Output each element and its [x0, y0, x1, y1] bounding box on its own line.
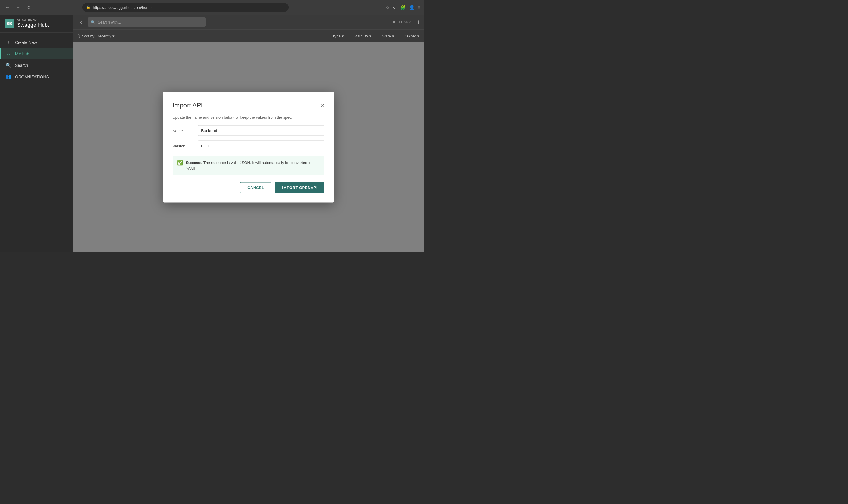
- search-box[interactable]: 🔍 Search with...: [88, 17, 205, 27]
- name-label: Name: [173, 128, 193, 133]
- visibility-filter-label: Visibility: [355, 34, 368, 38]
- chevron-down-icon: ▾: [369, 34, 371, 38]
- home-icon: ⌂: [5, 51, 12, 56]
- logo-swaggerhub: SwaggerHub.: [17, 22, 49, 28]
- sidebar-item-label: Search: [15, 63, 28, 68]
- type-filter[interactable]: Type ▾: [332, 34, 344, 38]
- app-container: SB SMARTBEAR SwaggerHub. ＋ Create New ⌂ …: [0, 15, 424, 252]
- menu-icon[interactable]: ≡: [418, 5, 420, 10]
- sidebar-logo: SB SMARTBEAR SwaggerHub.: [0, 15, 73, 33]
- search-icon: 🔍: [5, 62, 12, 68]
- version-field-row: Version: [173, 141, 324, 151]
- success-bold: Success.: [186, 160, 202, 165]
- sidebar-item-my-hub[interactable]: ⌂ MY hub: [0, 48, 73, 59]
- sidebar-item-create-new[interactable]: ＋ Create New: [0, 36, 73, 48]
- sidebar-item-label: ORGANIZATIONS: [15, 74, 49, 79]
- forward-button[interactable]: →: [14, 3, 22, 12]
- address-bar[interactable]: 🔒 https://app.swaggerhub.com/home: [83, 3, 289, 12]
- success-check-icon: ✅: [177, 160, 183, 166]
- sidebar-nav: ＋ Create New ⌂ MY hub 🔍 Search 👥 ORGANIZ…: [0, 33, 73, 252]
- chevron-down-icon: ▾: [112, 34, 114, 38]
- version-input[interactable]: [198, 141, 324, 151]
- modal-close-button[interactable]: ×: [321, 102, 324, 109]
- main-content: ‹ 🔍 Search with... ✕ CLEAR ALL ℹ ⇅ Sort …: [73, 15, 424, 252]
- sort-button[interactable]: ⇅ Sort by: Recently ▾: [78, 34, 114, 38]
- top-bar: ‹ 🔍 Search with... ✕ CLEAR ALL ℹ: [73, 15, 424, 30]
- state-filter-label: State: [382, 34, 391, 38]
- filter-dropdowns: Type ▾ Visibility ▾ State ▾ Owner ▾: [332, 34, 419, 38]
- name-field-row: Name: [173, 125, 324, 136]
- chevron-down-icon: ▾: [342, 34, 344, 38]
- modal-actions: CANCEL IMPORT OPENAPI: [173, 182, 324, 193]
- visibility-filter[interactable]: Visibility ▾: [355, 34, 372, 38]
- profile-icon[interactable]: 👤: [409, 5, 415, 10]
- filter-bar: ⇅ Sort by: Recently ▾ Type ▾ Visibility …: [73, 30, 424, 42]
- back-button[interactable]: ←: [3, 3, 12, 12]
- sort-label: Sort by: Recently: [82, 34, 111, 38]
- modal-header: Import API ×: [173, 102, 324, 109]
- bookmark-icon[interactable]: ☆: [385, 5, 390, 10]
- sidebar-item-organizations[interactable]: 👥 ORGANIZATIONS: [0, 71, 73, 83]
- modal-title: Import API: [173, 102, 203, 109]
- clear-icon: ✕: [393, 20, 395, 24]
- version-label: Version: [173, 144, 193, 148]
- success-body: The resource is valid JSON. It will auto…: [186, 160, 311, 171]
- clear-all-label: CLEAR ALL: [397, 20, 415, 24]
- content-area: No results match your filters. CREATE AP…: [73, 42, 424, 252]
- top-bar-actions: ✕ CLEAR ALL ℹ: [393, 20, 419, 24]
- search-box-icon: 🔍: [91, 20, 95, 24]
- refresh-button[interactable]: ↻: [25, 3, 33, 12]
- import-api-modal: Import API × Update the name and version…: [163, 92, 334, 202]
- sidebar-item-search[interactable]: 🔍 Search: [0, 59, 73, 71]
- logo-smartbear: SMARTBEAR: [17, 19, 49, 22]
- chevron-down-icon: ▾: [392, 34, 394, 38]
- extensions-icon[interactable]: 🧩: [400, 5, 406, 10]
- sort-icon: ⇅: [78, 34, 81, 38]
- plus-icon: ＋: [5, 39, 12, 45]
- import-openapi-button[interactable]: IMPORT OPENAPI: [275, 182, 324, 193]
- name-input[interactable]: [198, 125, 324, 136]
- org-icon: 👥: [5, 74, 12, 79]
- type-filter-label: Type: [332, 34, 340, 38]
- success-text: Success. The resource is valid JSON. It …: [186, 160, 320, 171]
- collapse-sidebar-button[interactable]: ‹: [78, 18, 84, 26]
- clear-all-button[interactable]: ✕ CLEAR ALL: [393, 20, 415, 24]
- sidebar-item-label: Create New: [15, 40, 37, 45]
- logo-icon: SB: [5, 19, 14, 28]
- sidebar-item-label: MY hub: [15, 52, 29, 56]
- browser-chrome: ← → ↻ 🔒 https://app.swaggerhub.com/home …: [0, 0, 424, 15]
- browser-actions: ☆ ⛉ 🧩 👤 ≡: [385, 5, 420, 10]
- cancel-button[interactable]: CANCEL: [240, 182, 271, 193]
- sidebar: SB SMARTBEAR SwaggerHub. ＋ Create New ⌂ …: [0, 15, 73, 252]
- shield-guard-icon[interactable]: ⛉: [393, 5, 397, 10]
- state-filter[interactable]: State ▾: [382, 34, 394, 38]
- owner-filter-label: Owner: [405, 34, 416, 38]
- modal-subtitle: Update the name and version below, or ke…: [173, 115, 324, 120]
- success-banner: ✅ Success. The resource is valid JSON. I…: [173, 156, 324, 175]
- search-box-placeholder: Search with...: [98, 20, 121, 24]
- url-text: https://app.swaggerhub.com/home: [93, 5, 285, 10]
- logo-text: SMARTBEAR SwaggerHub.: [17, 19, 49, 28]
- owner-filter[interactable]: Owner ▾: [405, 34, 419, 38]
- shield-icon: 🔒: [86, 5, 90, 10]
- chevron-down-icon: ▾: [417, 34, 419, 38]
- info-icon[interactable]: ℹ: [418, 20, 419, 24]
